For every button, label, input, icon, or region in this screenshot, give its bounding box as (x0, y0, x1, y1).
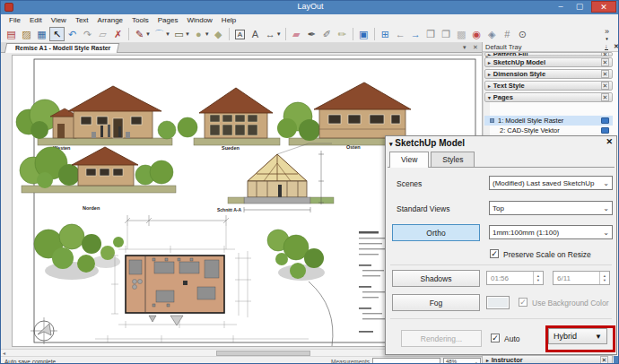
menu-tools[interactable]: Tools (127, 16, 153, 24)
document-tab[interactable]: Remise A1 - Modell Style Raster (4, 43, 120, 53)
tab-close-icon[interactable]: ✕ (473, 44, 478, 51)
section-close-icon[interactable]: ✕ (601, 70, 609, 78)
label-tool-icon[interactable]: A (248, 27, 263, 41)
spin-down-icon[interactable]: ▾ (537, 278, 539, 282)
rectangle-tool-icon[interactable]: ▭ (171, 27, 187, 41)
redo-icon[interactable]: ↷ (80, 27, 95, 41)
elevation-westen: Westen (16, 86, 197, 151)
section-schnitt: Schnitt A-A (217, 143, 334, 212)
section-dimension-style[interactable]: ▸ Dimension Style ✕ (484, 69, 613, 79)
label-norden: Norden (83, 205, 100, 211)
chevron-down-icon: ▾ (606, 36, 608, 41)
previous-page-icon[interactable]: ← (393, 27, 408, 41)
dimension-tool-icon[interactable]: ↔ (263, 27, 278, 41)
zoom-tool-icon[interactable]: ⊙ (515, 27, 530, 41)
preserve-scale-checkbox[interactable]: ✓ (490, 249, 499, 258)
tray-close-icon[interactable]: ✕ (614, 43, 619, 50)
shadow-date-spinner[interactable]: 6/11 ▴▾ (553, 271, 610, 285)
section-pages[interactable]: ▾ Pages ✕ (484, 92, 613, 102)
page-options-icon[interactable]: ▩ (454, 27, 469, 41)
standard-views-dropdown[interactable]: Top ⌄ (489, 201, 613, 215)
dialog-header[interactable]: ▾ SketchUp Model ✕ (386, 136, 616, 151)
tab-styles[interactable]: Styles (431, 152, 475, 167)
open-folder-icon[interactable]: ▨ (19, 27, 34, 41)
join-tool-icon[interactable]: ✏ (335, 27, 350, 41)
style-tool-icon[interactable]: ✒ (304, 27, 319, 41)
add-page-icon[interactable]: ⊞ (378, 27, 393, 41)
arc-tool-icon[interactable]: ⌒ (152, 27, 167, 41)
close-button[interactable]: ✕ (591, 1, 616, 13)
section-close-icon[interactable]: ✕ (600, 356, 608, 364)
shadow-time-spinner[interactable]: 01:56 ▴▾ (486, 271, 544, 285)
dialog-close-icon[interactable]: ✕ (606, 137, 613, 146)
pin-icon[interactable]: ↓ (605, 43, 608, 50)
tab-view[interactable]: View (389, 152, 429, 168)
color-palette-icon[interactable]: ◉ (469, 27, 484, 41)
section-text-style[interactable]: ▸ Text Style ✕ (484, 81, 613, 91)
undo-icon[interactable]: ↶ (65, 27, 80, 41)
move-page-icon[interactable]: ❐ (439, 27, 454, 41)
polygon-tool-icon[interactable]: ◆ (211, 27, 226, 41)
menu-arrange[interactable]: Arrange (93, 16, 127, 24)
eraser-icon[interactable]: ▰ (289, 27, 304, 41)
auto-render-checkbox[interactable]: ✓ (491, 334, 500, 342)
dialog-tabs: View Styles (389, 152, 476, 167)
use-background-color-checkbox[interactable]: ✓ (519, 298, 527, 307)
presentation-icon[interactable]: ▣ (356, 27, 371, 41)
line-tool-icon[interactable]: ✎ (132, 27, 147, 41)
tab-list-dropdown-icon[interactable]: ▾ (463, 44, 466, 51)
shadows-button[interactable]: Shadows (392, 270, 480, 287)
page-row-1[interactable]: 1: Modell Style Raster (484, 116, 613, 126)
menu-text[interactable]: Text (71, 16, 93, 24)
menu-pages[interactable]: Pages (153, 16, 183, 24)
select-tool-icon[interactable]: ↖ (49, 27, 65, 41)
new-document-icon[interactable]: ▤ (4, 27, 19, 41)
next-page-icon[interactable]: → (408, 27, 423, 41)
section-pattern-fill[interactable]: ▸ Pattern Fill ✕ (484, 52, 613, 56)
maximize-button[interactable]: ▢ (571, 1, 588, 13)
tray-header[interactable]: Default Tray ↓ ✕ (483, 42, 619, 52)
spin-down-icon[interactable]: ▾ (604, 278, 606, 282)
scale-dropdown[interactable]: 1mm:100mm (1:100) ⌄ (489, 225, 613, 239)
section-instructor[interactable]: ▸ Instructor ✕ (482, 355, 613, 364)
scenes-dropdown[interactable]: (Modified) Last saved SketchUp ⌄ (489, 176, 613, 190)
section-close-icon[interactable]: ✕ (601, 52, 609, 56)
toolbar-overflow-icon[interactable]: »▾ (599, 27, 615, 41)
menu-edit[interactable]: Edit (25, 16, 47, 24)
render-mode-dropdown[interactable]: Hybrid ▼ (548, 328, 607, 344)
rendering-button[interactable]: Rendering... (401, 330, 482, 347)
presentation-page-icon[interactable] (601, 127, 609, 134)
save-icon[interactable]: ▦ (34, 27, 49, 41)
duplicate-page-icon[interactable]: ❒ (423, 27, 439, 41)
section-close-icon[interactable]: ✕ (601, 58, 609, 66)
presentation-page-icon[interactable] (601, 117, 609, 124)
section-sketchup-model[interactable]: ▸ SketchUp Model ✕ (484, 57, 613, 67)
fog-button[interactable]: Fog (392, 294, 480, 311)
menu-window[interactable]: Window (182, 16, 216, 24)
circle-tool-icon[interactable]: ● (191, 27, 206, 41)
dimension-strip (125, 215, 229, 226)
grid-toggle-icon[interactable]: # (500, 27, 515, 41)
titlebar[interactable]: LayOut – ▢ ✕ (1, 1, 619, 14)
split-tool-icon[interactable]: ✐ (319, 27, 335, 41)
text-tool-icon[interactable]: A (232, 27, 248, 41)
menu-view[interactable]: View (47, 16, 71, 24)
highlight-rectangle: Hybrid ▼ (545, 325, 615, 352)
page-row-2[interactable]: 2: CAD-Style Vektor (484, 126, 613, 135)
minimize-button[interactable]: – (554, 1, 568, 13)
scale-figure-icon[interactable]: ◈ (484, 27, 500, 41)
fog-color-swatch[interactable] (486, 296, 510, 309)
chevron-down-icon: ⌄ (603, 204, 609, 212)
standard-views-label: Standard Views (397, 204, 449, 213)
measurements-input[interactable] (372, 358, 440, 364)
delete-icon[interactable]: ✗ (110, 27, 126, 41)
paste-icon[interactable]: ▱ (95, 27, 110, 41)
menu-file[interactable]: File (4, 16, 25, 24)
section-close-icon[interactable]: ✕ (601, 82, 609, 90)
menu-help[interactable]: Help (217, 16, 240, 24)
scroll-left-icon[interactable]: ◂ (3, 350, 5, 356)
ortho-button[interactable]: Ortho (392, 224, 480, 241)
zoom-level-combo[interactable]: 48% ⌄ (443, 358, 481, 364)
tray-scroll-thumb[interactable] (614, 356, 619, 364)
section-close-icon[interactable]: ✕ (601, 93, 609, 101)
